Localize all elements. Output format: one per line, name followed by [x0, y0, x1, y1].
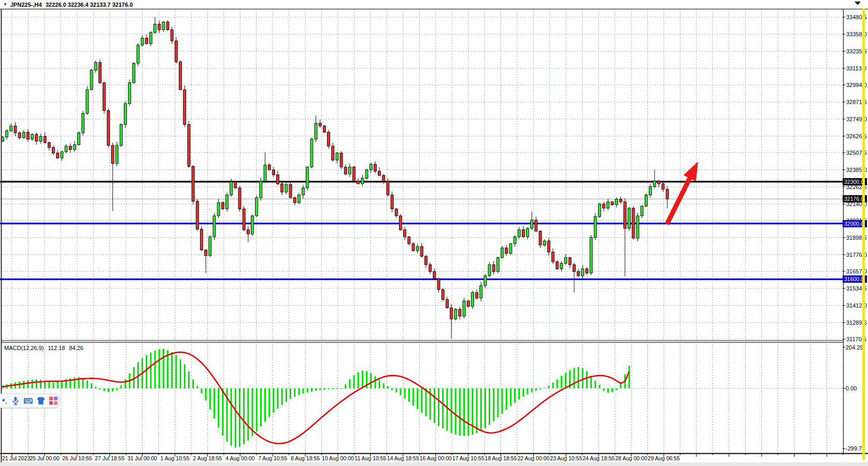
- corner-marker-icon: [855, 2, 861, 5]
- up-trend-arrow[interactable]: [665, 162, 698, 225]
- macd-value: 112.18: [48, 345, 65, 351]
- floating-input-toolbar: [0, 394, 59, 408]
- macd-signal-value: 84.26: [69, 345, 83, 351]
- mt4-chart-window: ▼ JPN225-,H4 32226.0 32236.4 32133.7 321…: [0, 0, 868, 466]
- gridlines: [2, 10, 843, 454]
- horizontal-lines[interactable]: [0, 182, 844, 279]
- macd-indicator-label: MACD(12,26,9) 112.18 84.26: [4, 345, 86, 351]
- cursor-comma-icon[interactable]: [2, 396, 8, 405]
- keyboard-icon[interactable]: [23, 396, 33, 405]
- tshirt-icon[interactable]: [36, 396, 46, 405]
- chart-canvas[interactable]: [0, 0, 868, 466]
- macd-signal-line: [3, 352, 629, 444]
- color-grid-icon[interactable]: [49, 396, 58, 405]
- macd-histogram: [2, 349, 630, 448]
- microphone-icon[interactable]: [11, 396, 20, 405]
- window-bottom-strip: [0, 462, 868, 466]
- candles: [2, 17, 669, 339]
- yellow-edge-strip: [862, 8, 865, 460]
- macd-name: MACD(12,26,9): [4, 345, 44, 351]
